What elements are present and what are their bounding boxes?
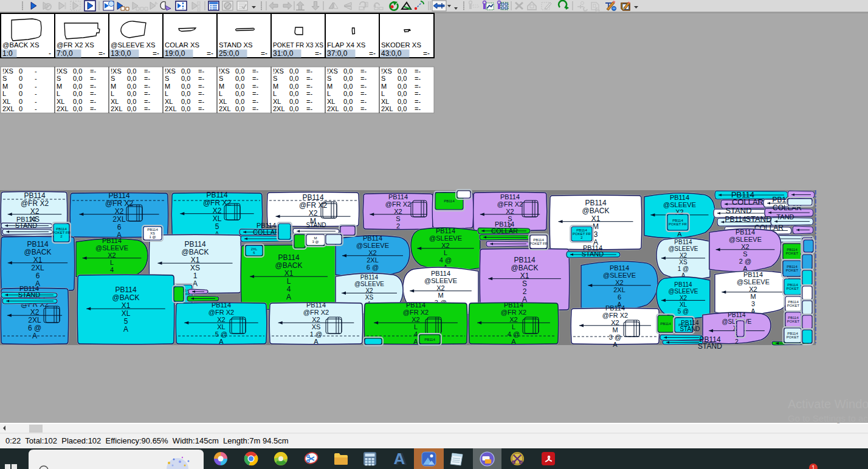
svg-text:4 @: 4 @ <box>439 256 452 264</box>
svg-text:=-: =- <box>90 75 96 82</box>
svg-text:POKET: POKET <box>787 304 800 307</box>
svg-text:XL: XL <box>57 98 64 105</box>
svg-text:@FR X2: @FR X2 <box>497 200 523 208</box>
svg-text:A: A <box>394 450 405 468</box>
svg-text:0,0: 0,0 <box>235 90 244 97</box>
svg-text:0,0: 0,0 <box>398 75 407 82</box>
svg-text:5: 5 <box>124 317 128 326</box>
svg-text:X2: X2 <box>394 208 402 215</box>
svg-text:4 @: 4 @ <box>508 330 520 338</box>
svg-text:L: L <box>111 90 114 97</box>
svg-text:X2: X2 <box>611 319 619 326</box>
svg-text:0,0: 0,0 <box>235 67 244 75</box>
svg-text:PB114: PB114 <box>436 227 455 235</box>
svg-text:2 @: 2 @ <box>739 258 751 265</box>
svg-text:PB114: PB114 <box>206 191 227 199</box>
svg-text:5 @: 5 @ <box>678 308 689 315</box>
svg-text:@FR X2: @FR X2 <box>501 309 526 316</box>
svg-text:0,0: 0,0 <box>343 67 353 75</box>
svg-text:-: - <box>35 67 37 75</box>
svg-text:1:0: 1:0 <box>2 49 13 58</box>
svg-text:0: 0 <box>19 98 22 105</box>
svg-text:0,0: 0,0 <box>289 98 298 105</box>
svg-text:STAND: STAND <box>306 222 326 228</box>
svg-text:S: S <box>396 215 400 222</box>
svg-text:X2: X2 <box>312 316 320 323</box>
svg-text:XL: XL <box>381 98 389 105</box>
svg-text:@SLEEVE: @SLEEVE <box>95 244 128 252</box>
svg-text:=-: =- <box>423 49 430 58</box>
svg-text:=-: =- <box>90 98 96 105</box>
svg-text:=-: =- <box>252 90 258 97</box>
svg-text:M: M <box>327 83 332 90</box>
svg-text:0: 0 <box>19 67 22 75</box>
svg-text:0,0: 0,0 <box>343 105 353 112</box>
svg-text:@SLEEVE: @SLEEVE <box>424 277 457 284</box>
svg-text:PB114: PB114 <box>24 191 45 200</box>
svg-text:X2: X2 <box>441 242 449 249</box>
svg-text:0,0: 0,0 <box>73 105 82 112</box>
svg-text:X2: X2 <box>680 252 687 259</box>
svg-text:@FR X2: @FR X2 <box>385 200 411 208</box>
svg-text:@SLEEVE: @SLEEVE <box>729 236 762 243</box>
svg-text:S: S <box>522 279 527 288</box>
svg-text:=-: =- <box>252 67 258 75</box>
svg-text:PB114: PB114 <box>360 274 379 281</box>
svg-text:=-: =- <box>153 49 159 58</box>
svg-text:A: A <box>286 293 291 301</box>
svg-text:POKET: POKET <box>787 287 799 290</box>
svg-text:=-: =- <box>198 98 204 105</box>
svg-text:COLAR XS: COLAR XS <box>165 41 200 49</box>
svg-text:XL: XL <box>213 214 222 223</box>
svg-text:SKODER XS: SKODER XS <box>381 41 421 49</box>
svg-text:=-: =- <box>360 90 367 97</box>
svg-text:PB114: PB114 <box>212 301 231 309</box>
svg-text:L: L <box>512 323 515 330</box>
svg-text:@SLEEVE: @SLEEVE <box>354 281 384 287</box>
svg-text:=-: =- <box>415 83 421 90</box>
svg-text:0,0: 0,0 <box>73 90 82 97</box>
svg-text:=-: =- <box>144 75 150 82</box>
svg-text:L: L <box>444 249 447 256</box>
svg-text:0,0: 0,0 <box>343 75 353 82</box>
svg-text:PB114: PB114 <box>27 240 48 248</box>
svg-text:L: L <box>57 90 60 97</box>
svg-text:0,0: 0,0 <box>181 67 190 75</box>
svg-text:=-: =- <box>90 67 96 75</box>
svg-text:@SLEEVE: @SLEEVE <box>356 242 389 249</box>
svg-text:@SLEEVE: @SLEEVE <box>663 201 696 208</box>
svg-text:2XL: 2XL <box>381 105 393 112</box>
svg-text:6 @: 6 @ <box>28 324 41 332</box>
svg-text:31:0,0: 31:0,0 <box>273 49 294 58</box>
svg-text:2: 2 <box>735 338 739 345</box>
svg-text:=-: =- <box>252 83 258 90</box>
svg-text:Go to Settings to ac: Go to Settings to ac <box>788 413 868 423</box>
svg-text:2XL: 2XL <box>57 105 69 112</box>
svg-text:3: 3 <box>594 230 598 239</box>
svg-text:25:0,0: 25:0,0 <box>219 49 239 58</box>
svg-text:PB114: PB114 <box>674 281 692 288</box>
svg-text:S: S <box>273 75 277 82</box>
svg-text:S: S <box>57 75 61 82</box>
svg-text:POKET: POKET <box>787 320 800 323</box>
svg-text:2XL: 2XL <box>273 105 285 112</box>
svg-text:=-: =- <box>261 49 267 58</box>
svg-text:=-: =- <box>144 67 150 75</box>
svg-text:@SLEEVE: @SLEEVE <box>737 278 770 286</box>
svg-text:@FR X2: @FR X2 <box>303 309 329 316</box>
svg-text:M: M <box>219 83 224 90</box>
svg-text:POKET FR X3 XS: POKET FR X3 XS <box>273 41 323 49</box>
svg-text:STAND: STAND <box>745 214 771 224</box>
svg-text:X2: X2 <box>436 284 444 292</box>
svg-text:@SLEEVE: @SLEEVE <box>603 272 636 279</box>
svg-text:=-: =- <box>198 83 204 90</box>
svg-text:7:0,0: 7:0,0 <box>57 49 73 58</box>
svg-text:STAND: STAND <box>725 206 751 215</box>
svg-text:@BACK: @BACK <box>24 248 52 256</box>
svg-text:S: S <box>381 75 385 82</box>
svg-text:PB114: PB114 <box>610 264 629 272</box>
svg-text:!XS: !XS <box>273 67 284 75</box>
svg-text:-: - <box>35 90 37 97</box>
svg-text:XS: XS <box>190 264 200 272</box>
svg-text:XL: XL <box>327 98 335 105</box>
